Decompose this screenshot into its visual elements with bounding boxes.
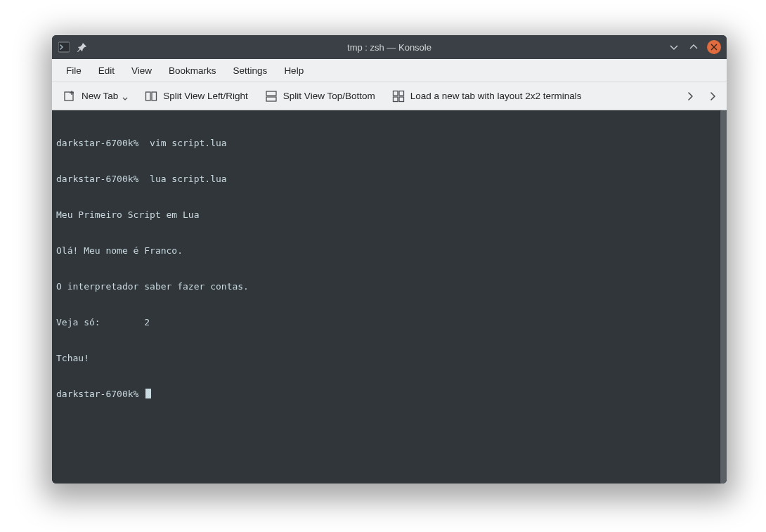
split-top-bottom-button[interactable]: Split View Top/Bottom — [258, 86, 382, 107]
terminal-line: Olá! Meu nome é Franco. — [56, 245, 715, 257]
terminal-line: darkstar-6700k% lua script.lua — [56, 173, 715, 185]
load-layout-button[interactable]: Load a new tab with layout 2x2 terminals — [385, 86, 589, 107]
split-lr-label: Split View Left/Right — [163, 91, 248, 101]
new-tab-button[interactable]: New Tab — [56, 86, 135, 107]
grid-2x2-icon — [392, 90, 405, 103]
menu-help[interactable]: Help — [275, 61, 312, 80]
pin-icon[interactable] — [76, 41, 89, 53]
split-tb-label: Split View Top/Bottom — [283, 91, 375, 101]
menu-view[interactable]: View — [123, 61, 160, 80]
chevron-down-icon — [122, 96, 128, 103]
svg-rect-7 — [399, 91, 404, 96]
split-left-right-button[interactable]: Split View Left/Right — [138, 86, 255, 107]
scrollbar-thumb[interactable] — [720, 110, 727, 484]
terminal-line: Meu Primeiro Script em Lua — [56, 209, 715, 221]
titlebar-controls — [668, 40, 727, 54]
svg-rect-4 — [266, 91, 276, 96]
terminal-line: Veja só: 2 — [56, 316, 715, 328]
terminal-cursor — [145, 389, 151, 398]
titlebar[interactable]: tmp : zsh — Konsole — [52, 35, 727, 59]
svg-rect-5 — [266, 97, 276, 101]
new-tab-label: New Tab — [82, 91, 118, 101]
menu-edit[interactable]: Edit — [90, 61, 123, 80]
menu-settings[interactable]: Settings — [225, 61, 276, 80]
toolbar-chevron-right-2[interactable] — [703, 86, 722, 106]
load-layout-label: Load a new tab with layout 2x2 terminals — [410, 91, 582, 101]
minimize-button[interactable] — [668, 41, 680, 53]
terminal-app-icon — [58, 41, 70, 53]
close-button[interactable] — [707, 40, 721, 54]
terminal-prompt-line: darkstar-6700k% — [56, 388, 715, 400]
menu-file[interactable]: File — [58, 61, 90, 80]
menubar: File Edit View Bookmarks Settings Help — [52, 59, 727, 82]
toolbar: New Tab Split View Left/Right Split View… — [52, 82, 727, 110]
menu-bookmarks[interactable]: Bookmarks — [160, 61, 225, 80]
terminal-prompt-text: darkstar-6700k% — [56, 389, 144, 399]
svg-rect-6 — [393, 91, 398, 96]
maximize-button[interactable] — [687, 41, 700, 53]
titlebar-left — [52, 41, 89, 53]
terminal-scrollbar[interactable] — [720, 110, 727, 484]
terminal-area: darkstar-6700k% vim script.lua darkstar-… — [52, 110, 727, 484]
svg-rect-8 — [393, 97, 398, 102]
new-tab-icon — [63, 90, 76, 103]
toolbar-chevron-right-1[interactable] — [680, 86, 700, 106]
window-title: tmp : zsh — Konsole — [52, 42, 727, 53]
terminal-line: darkstar-6700k% vim script.lua — [56, 137, 715, 149]
terminal-line: O interpretador saber fazer contas. — [56, 280, 715, 292]
konsole-window: tmp : zsh — Konsole File Edit View Bookm… — [52, 35, 727, 484]
terminal[interactable]: darkstar-6700k% vim script.lua darkstar-… — [52, 110, 720, 484]
split-tb-icon — [265, 90, 278, 103]
terminal-line: Tchau! — [56, 352, 715, 364]
svg-rect-2 — [146, 92, 151, 100]
svg-rect-0 — [58, 42, 70, 52]
svg-rect-9 — [399, 97, 404, 102]
svg-rect-3 — [152, 92, 157, 100]
split-lr-icon — [145, 90, 157, 103]
